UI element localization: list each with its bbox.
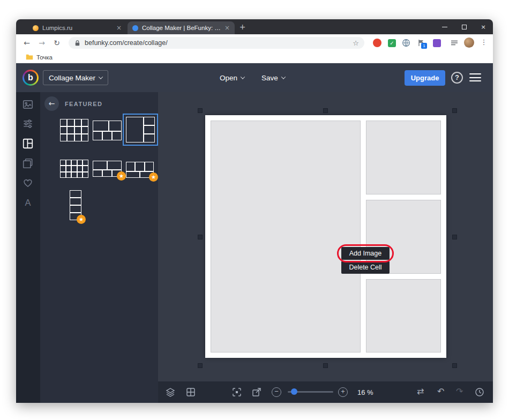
app-header: b Collage Maker Open Save Upgrade ? (16, 63, 493, 92)
browser-menu-icon[interactable]: ⋮ (480, 38, 488, 46)
tab-lumpics[interactable]: Lumpics.ru × (28, 21, 126, 34)
product-menu-button[interactable]: Collage Maker (43, 70, 108, 85)
edit-photo-icon[interactable] (22, 99, 34, 110)
collage-layouts-icon[interactable] (22, 138, 34, 149)
redo-icon[interactable]: ↷ (456, 386, 463, 396)
template-cell (74, 119, 81, 126)
zoom-in-button[interactable]: + (338, 387, 348, 397)
befunky-logo[interactable]: b (23, 70, 39, 86)
tab-close-icon[interactable]: × (224, 24, 230, 32)
list-icon[interactable] (450, 39, 459, 47)
template-cell (77, 166, 83, 171)
bookmark-star-icon[interactable]: ☆ (353, 39, 359, 47)
template-two-over-three-premium[interactable]: ★ (93, 161, 122, 177)
new-tab-button[interactable]: + (238, 22, 247, 32)
premium-star-badge: ★ (117, 171, 126, 181)
context-menu-delete-cell[interactable]: Delete Cell (341, 261, 390, 274)
selection-handle[interactable] (198, 235, 203, 239)
zoom-slider-knob[interactable] (291, 388, 297, 395)
selection-handle[interactable] (198, 363, 203, 368)
template-cell (71, 172, 77, 178)
svg-text:A: A (25, 198, 31, 207)
forward-icon[interactable]: → (36, 38, 47, 48)
tab-befunky-collage-maker[interactable]: Collage Maker | BeFunky: Create × (128, 21, 235, 34)
address-bar[interactable]: befunky.com/create/collage/ ☆ (69, 37, 364, 49)
collage-cell-1[interactable] (211, 121, 361, 352)
selection-handle[interactable] (323, 108, 328, 113)
maximize-button[interactable] (454, 19, 474, 34)
save-menu-button[interactable]: Save (261, 70, 285, 85)
template-grid-5x3[interactable] (60, 160, 88, 178)
bookmark-folder-tochka[interactable]: Точка (26, 54, 53, 61)
collage-cell-4[interactable] (366, 279, 441, 352)
collage-cell-2[interactable] (366, 121, 441, 194)
heart-graphics-icon[interactable] (22, 177, 34, 189)
undo-icon[interactable]: ↶ (437, 386, 444, 396)
adjust-sliders-icon[interactable] (22, 118, 34, 130)
open-in-new-icon[interactable] (251, 387, 262, 398)
selection-handle[interactable] (452, 235, 457, 239)
selection-handle[interactable] (323, 363, 328, 368)
befunky-favicon-icon (132, 25, 138, 31)
logo-letter: b (24, 71, 37, 84)
template-cell (126, 171, 140, 178)
template-cell (93, 121, 109, 131)
template-cell (144, 117, 155, 125)
template-cell (67, 119, 74, 126)
template-cell (135, 162, 144, 171)
open-menu-button[interactable]: Open (220, 70, 244, 85)
template-cell (60, 166, 66, 171)
selection-handle[interactable] (452, 363, 457, 368)
template-cell (67, 126, 74, 134)
purple-extension-icon[interactable] (433, 39, 441, 47)
reload-icon[interactable]: ↻ (51, 38, 62, 48)
text-tool-icon[interactable]: A (22, 197, 34, 208)
help-button[interactable]: ? (451, 72, 463, 84)
template-two-over-three[interactable] (93, 121, 122, 140)
panel-back-button[interactable]: ← (44, 96, 59, 111)
history-clock-icon[interactable] (474, 387, 485, 398)
folder-icon (26, 54, 33, 60)
close-button[interactable]: × (474, 19, 493, 34)
context-menu-add-image[interactable]: Add Image (341, 247, 390, 260)
selection-handle[interactable] (452, 108, 457, 113)
back-icon[interactable]: ← (21, 38, 32, 48)
template-cell (107, 161, 122, 170)
template-cell (71, 160, 77, 166)
bookmarks-bar: Точка (16, 51, 493, 63)
hamburger-menu-icon[interactable] (469, 73, 481, 81)
image-manager-icon[interactable] (22, 158, 34, 169)
template-big-left-right-column[interactable] (126, 117, 155, 142)
checkmark-extension-icon[interactable]: ✓ (388, 39, 396, 47)
profile-avatar[interactable] (464, 38, 474, 48)
tab-title: Lumpics.ru (42, 25, 113, 31)
template-vertical-strip-premium[interactable]: ★ (70, 190, 81, 220)
templates-panel: ← FEATURED ★★★ (40, 92, 158, 403)
template-cell (60, 119, 67, 126)
template-three-over-two-premium[interactable]: ★ (126, 162, 154, 178)
collage-grid-icon[interactable] (185, 387, 196, 398)
app-body: A ← FEATURED ★★★ Add Image Delete Cell (16, 92, 493, 403)
template-cell (66, 172, 72, 178)
zoom-out-button[interactable]: − (272, 387, 281, 397)
tab-close-icon[interactable]: × (116, 24, 122, 32)
artboard (205, 115, 446, 358)
template-cell (145, 162, 154, 171)
chevron-down-icon (281, 74, 286, 79)
save-label: Save (261, 74, 278, 82)
compare-icon[interactable]: ⇄ (417, 386, 424, 396)
premium-star-badge: ★ (149, 172, 158, 182)
adblock-extension-icon[interactable] (373, 39, 381, 47)
upgrade-button[interactable]: Upgrade (405, 70, 445, 86)
template-grid-4x3[interactable] (60, 119, 88, 141)
template-cell (71, 166, 77, 171)
template-cell (60, 172, 66, 178)
globe-extension-icon[interactable] (402, 39, 410, 47)
browser-tab-strip: Lumpics.ru × Collage Maker | BeFunky: Cr… (16, 19, 493, 34)
minimize-button[interactable] (435, 19, 454, 34)
template-cell (77, 160, 83, 166)
layers-icon[interactable] (165, 387, 176, 398)
selection-handle[interactable] (198, 108, 203, 113)
lock-icon (74, 40, 81, 47)
zoom-to-fit-icon[interactable] (231, 387, 242, 398)
